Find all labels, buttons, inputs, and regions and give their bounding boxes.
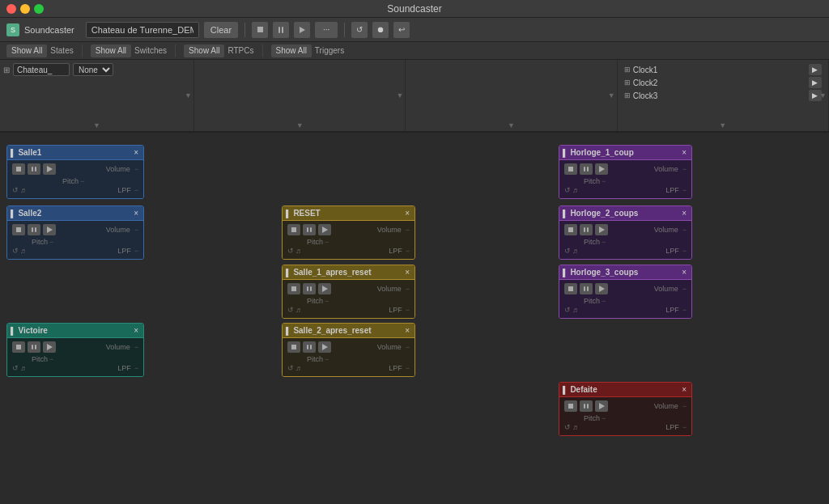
window-controls[interactable] — [6, 4, 44, 14]
salle2apres-lpf-dash: − — [406, 364, 410, 372]
reset-play[interactable] — [318, 224, 331, 235]
clear-button[interactable]: Clear — [204, 22, 238, 38]
sound-box-horloge3[interactable]: ▌ Horloge_3_coups × Volume − Pitch − ↺ ♬ — [559, 265, 692, 319]
salle1-pitch-dash: − — [80, 177, 84, 185]
reset-pause[interactable] — [303, 224, 316, 235]
trigger-play-clock1[interactable]: ▶ — [809, 64, 822, 75]
victoire-transport: Volume − — [12, 341, 138, 353]
show-all-triggers-button[interactable]: Show All — [271, 44, 312, 57]
minimize-button[interactable] — [20, 4, 30, 14]
salle2-volume-dash: − — [134, 226, 138, 234]
salle2-pause[interactable] — [28, 224, 40, 235]
horloge1-header: ▌ Horloge_1_coup × — [559, 146, 691, 160]
defaite-stop[interactable] — [564, 400, 577, 412]
salle1-play[interactable] — [43, 163, 56, 175]
sound-box-reset[interactable]: ▌ RESET × Volume − Pitch − ↺ ♬ LP — [282, 205, 415, 260]
salle2apres-transport: Volume − — [287, 341, 410, 353]
sound-box-salle1apres[interactable]: ▌ Salle_1_apres_reset × Volume − Pitch −… — [282, 265, 415, 319]
play-button[interactable] — [294, 22, 310, 38]
app-name: Soundcaster — [24, 25, 74, 35]
sound-box-salle2apres[interactable]: ▌ Salle_2_apres_reset × Volume − Pitch −… — [282, 323, 415, 377]
salle2-stop[interactable] — [12, 224, 25, 235]
close-button[interactable] — [6, 4, 16, 14]
salle2apres-close[interactable]: × — [403, 327, 411, 335]
horloge2-play[interactable] — [595, 224, 608, 235]
salle2apres-pause[interactable] — [303, 341, 316, 353]
sound-box-salle2[interactable]: ▌ Salle2 × Volume − Pitch − ↺ ♬ L — [6, 205, 144, 260]
horloge3-close[interactable]: × — [680, 269, 688, 277]
horloge3-stop[interactable] — [564, 283, 577, 294]
victoire-play[interactable] — [43, 341, 56, 353]
stop-button[interactable] — [252, 22, 268, 38]
salle2-close[interactable]: × — [132, 210, 140, 218]
salle1-stop[interactable] — [12, 163, 25, 175]
horloge3-pitch-text: Pitch — [584, 297, 600, 305]
trigger-icon: ⊞ — [624, 66, 631, 74]
victoire-close[interactable]: × — [132, 327, 140, 335]
defaite-pause[interactable] — [580, 400, 593, 412]
sound-box-salle1[interactable]: ▌ Salle1 × Volume − Pitch − ↺ ♬ — [6, 145, 144, 199]
salle2apres-stop[interactable] — [287, 341, 300, 353]
salle1apres-close[interactable]: × — [403, 269, 411, 277]
horloge3-pause[interactable] — [580, 283, 593, 294]
trigger-play-clock2[interactable]: ▶ — [809, 77, 822, 88]
salle2-play[interactable] — [43, 224, 56, 235]
salle1-lpf-row: ↺ ♬ LPF − — [12, 186, 138, 194]
state-name-input[interactable] — [13, 63, 70, 76]
reset-header: ▌ RESET × — [283, 206, 414, 221]
horloge3-icon: ▌ — [563, 269, 568, 277]
horloge1-pause[interactable] — [580, 163, 593, 175]
sound-box-horloge2[interactable]: ▌ Horloge_2_coups × Volume − Pitch − ↺ ♬ — [559, 205, 692, 260]
salle2-pitch-row: Pitch − — [12, 238, 138, 246]
salle1apres-volume-label: Volume — [377, 285, 402, 293]
sound-box-defaite[interactable]: ▌ Defaite × Volume − Pitch − ↺ ♬ — [559, 382, 692, 436]
salle1-pause[interactable] — [28, 163, 40, 175]
pause-button[interactable] — [273, 22, 289, 38]
salle1apres-pause[interactable] — [303, 283, 316, 294]
state-value-select[interactable]: None — [73, 63, 113, 76]
salle1-name: Salle1 — [18, 148, 41, 157]
salle1apres-pitch-text: Pitch — [307, 297, 323, 305]
horloge2-close[interactable]: × — [680, 210, 688, 218]
salle1apres-pitch-row: Pitch − — [287, 297, 410, 305]
victoire-pause[interactable] — [28, 341, 40, 353]
horloge3-volume-label: Volume — [654, 285, 678, 293]
show-all-rtpcs-button[interactable]: Show All — [184, 44, 224, 57]
salle1apres-stop[interactable] — [287, 283, 300, 294]
horloge1-play[interactable] — [595, 163, 608, 175]
record-button[interactable]: ⏺ — [372, 22, 389, 38]
horloge1-close[interactable]: × — [680, 149, 688, 157]
undo-button[interactable]: ↩ — [393, 22, 410, 38]
horloge3-pitch-row: Pitch − — [564, 297, 687, 305]
horloge1-volume-label: Volume — [654, 165, 678, 173]
defaite-play[interactable] — [595, 400, 608, 412]
sound-box-victoire[interactable]: ▌ Victoire × Volume − Pitch − ↺ ♬ — [6, 323, 144, 377]
options-button[interactable]: ··· — [315, 22, 338, 38]
triggers-label: Triggers — [315, 46, 344, 55]
reset-sync-icon: ↺ — [287, 247, 294, 255]
rtpcs-scroll-right: ▼ — [608, 91, 615, 100]
defaite-close[interactable]: × — [680, 386, 688, 394]
horloge2-stop[interactable] — [564, 224, 577, 235]
horloge1-stop[interactable] — [564, 163, 577, 175]
trigger-icon3: ⊞ — [624, 91, 631, 100]
maximize-button[interactable] — [34, 4, 44, 14]
show-all-states-button[interactable]: Show All — [6, 44, 47, 57]
toolbar-separator — [244, 23, 245, 37]
horloge3-play[interactable] — [595, 283, 608, 294]
sound-box-horloge1[interactable]: ▌ Horloge_1_coup × Volume − Pitch − ↺ ♬ — [559, 145, 692, 199]
salle2apres-play[interactable] — [318, 341, 331, 353]
horloge2-pause[interactable] — [580, 224, 593, 235]
salle1-close[interactable]: × — [132, 149, 140, 157]
loop-button[interactable]: ↺ — [351, 22, 368, 38]
salle2apres-pitch-row: Pitch − — [287, 355, 410, 363]
preset-input[interactable] — [86, 22, 199, 38]
triggers-section: Show All Triggers — [263, 44, 353, 57]
reset-close[interactable]: × — [403, 210, 411, 218]
horloge3-header: ▌ Horloge_3_coups × — [559, 265, 691, 280]
victoire-stop[interactable] — [12, 341, 25, 353]
salle1apres-play[interactable] — [318, 283, 331, 294]
show-all-switches-button[interactable]: Show All — [91, 44, 131, 57]
reset-stop[interactable] — [287, 224, 300, 235]
trigger-icon2: ⊞ — [624, 78, 631, 87]
